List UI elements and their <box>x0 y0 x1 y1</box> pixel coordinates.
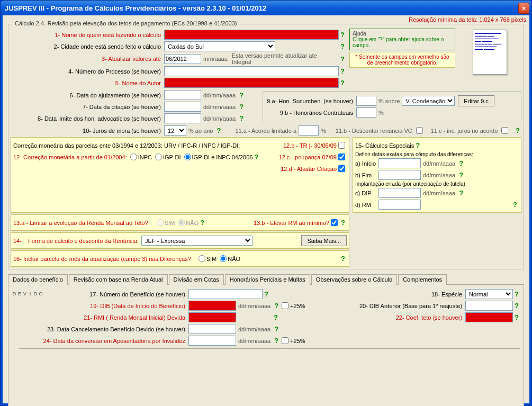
help-13b[interactable]: ? <box>339 219 347 227</box>
radio-igpdi[interactable] <box>155 154 162 160</box>
select-cidade[interactable]: Caxias do Sul <box>164 41 275 51</box>
help-5[interactable]: ? <box>339 79 346 87</box>
label-11a: 11.a - Acordo limitado a <box>233 128 299 134</box>
lbl-24-p25: +25% <box>290 338 305 344</box>
input-17[interactable] <box>188 289 263 299</box>
hint-15b: dd/mm/aaaa <box>421 172 457 178</box>
check-24-p25[interactable] <box>282 337 288 344</box>
check-12d[interactable] <box>338 165 345 172</box>
tabs: Dados do benefício Revisão com base na R… <box>8 274 524 285</box>
check-11b[interactable] <box>416 127 423 134</box>
help-11[interactable]: ? <box>514 127 521 134</box>
input-23[interactable] <box>188 324 236 334</box>
check-12b[interactable] <box>338 142 345 149</box>
label-14: 14- <box>13 238 28 244</box>
radio-both[interactable] <box>184 154 191 160</box>
input-citacao[interactable] <box>164 102 201 112</box>
radio-16-sim[interactable] <box>199 255 205 262</box>
label-9a: 9.a- Hon. Sucumben. (se houver) <box>266 98 356 104</box>
help-22[interactable]: ? <box>513 313 520 321</box>
help-15c[interactable]: ? <box>457 189 465 197</box>
radio-13a-nao <box>178 219 185 226</box>
input-24[interactable] <box>188 336 236 346</box>
lbl-9a-pct: % sobre <box>376 98 402 104</box>
help-8[interactable]: ? <box>238 114 245 122</box>
help-20[interactable]: ? <box>513 302 520 310</box>
input-15d[interactable] <box>378 200 421 210</box>
select-9a-base[interactable]: V. Condenação <box>402 96 455 106</box>
check-13b[interactable] <box>331 219 338 226</box>
tab-divisao-cotas[interactable]: Divisão em Cotas <box>169 274 224 285</box>
help-18[interactable]: ? <box>513 290 520 298</box>
input-22[interactable] <box>465 312 513 322</box>
select-juros[interactable]: 12 <box>164 125 186 136</box>
input-9a[interactable] <box>356 96 376 106</box>
input-11a[interactable] <box>299 125 319 136</box>
help-24[interactable]: ? <box>273 337 280 345</box>
input-nome-calculista[interactable] <box>164 30 339 40</box>
input-atualizar-ate[interactable] <box>164 54 201 64</box>
tab-complementos[interactable]: Complementos <box>398 274 447 285</box>
help-6[interactable]: ? <box>238 91 245 99</box>
tab-observacoes[interactable]: Observações sobre o Cálculo <box>311 274 397 285</box>
help-17[interactable]: ? <box>263 290 270 298</box>
input-19[interactable] <box>188 301 236 311</box>
label-23: 23- Data Cancelamento Benefício Devido (… <box>19 326 188 332</box>
tab-honorarios[interactable]: Honorários Periciais e Multas <box>225 274 310 285</box>
help-12[interactable]: ? <box>253 153 260 161</box>
select-renuncia[interactable]: JEF - Expressa <box>141 236 253 246</box>
check-11c[interactable] <box>501 127 508 134</box>
close-icon[interactable]: × <box>518 3 529 14</box>
input-21[interactable] <box>188 312 236 322</box>
help-box: Ajuda Clique em "?" para obter ajuda sob… <box>349 29 455 50</box>
window-title: JUSPREV III - Programa de Cálculos Previ… <box>3 4 518 12</box>
input-20[interactable] <box>465 301 513 311</box>
button-editar-9c[interactable]: Editar 9.c <box>458 95 494 106</box>
note-3: Esta versao permite atualizar ate Integr… <box>230 52 339 65</box>
help-13a[interactable]: ? <box>199 219 206 227</box>
label-8: 8- Data limite dos hon. advocatícios (se… <box>11 115 164 122</box>
check-19-p25[interactable] <box>282 302 288 309</box>
help-23[interactable]: ? <box>273 325 280 333</box>
help-1[interactable]: ? <box>339 31 346 39</box>
help-2[interactable]: ? <box>339 42 346 50</box>
help-10[interactable]: ? <box>215 127 222 134</box>
help-21[interactable]: ? <box>272 313 279 321</box>
label-15-sub: Definir datas exatas para cômputo das di… <box>355 151 519 157</box>
help-16[interactable]: ? <box>339 255 347 263</box>
label-11c: 11.c - inc. juros no acordo <box>429 128 500 134</box>
check-12c[interactable] <box>338 154 345 160</box>
label-16: 16- Incluir parcela do mês da atualizaçã… <box>13 256 191 262</box>
help-15[interactable]: ? <box>414 141 421 149</box>
help-15b[interactable]: ? <box>457 171 465 179</box>
tab-revisao-renda-atual[interactable]: Revisão com base na Renda Atual <box>69 274 168 285</box>
label-17: 17- Número do Benefício (se houver) <box>19 291 188 297</box>
radio-16-nao[interactable] <box>220 255 227 262</box>
input-15b[interactable] <box>378 170 421 180</box>
help-19[interactable]: ? <box>273 302 280 310</box>
help-15a[interactable]: ? <box>457 159 465 167</box>
input-15a[interactable] <box>378 158 421 168</box>
help-15d[interactable]: ? <box>511 201 519 209</box>
input-hon-limite[interactable] <box>164 113 201 123</box>
label-13b: 13.b - Elevar RM ao mínimo? <box>254 220 329 226</box>
input-ajuizamento[interactable] <box>164 90 201 100</box>
help-4[interactable]: ? <box>339 67 346 75</box>
label-10: 10- Juros de mora (se houver) <box>11 128 164 134</box>
input-9b[interactable] <box>356 107 376 118</box>
input-nome-autor[interactable] <box>164 78 339 88</box>
hint-19: dd/mm/aaaa <box>236 303 273 309</box>
hint-15c: dd/mm/aaaa <box>421 190 457 196</box>
corr-header: Correção moneária das parcelas ente 03/1… <box>13 142 240 149</box>
help-3[interactable]: ? <box>339 55 346 63</box>
help-7[interactable]: ? <box>238 103 245 111</box>
input-15c[interactable] <box>378 188 421 198</box>
input-processo[interactable] <box>164 66 339 76</box>
label-15c: c) DIP <box>355 190 378 196</box>
report-thumbnail[interactable]: ▬▬▬▬▬▬▬▬ ▬▬▬▬ ▬▬▬▬▬▬ ▬▬▬ ▬▬▬▬▬▬▬ ▬▬▬▬ ▬▬… <box>473 30 507 75</box>
radio-inpc[interactable] <box>130 154 137 160</box>
label-12b: 12.b - TR |- 30/06/09 <box>283 142 337 149</box>
select-especie[interactable]: Normal <box>465 289 513 299</box>
button-saiba-mais[interactable]: Saiba Mais... <box>301 235 347 246</box>
tab-dados-beneficio[interactable]: Dados do benefício <box>8 274 68 285</box>
